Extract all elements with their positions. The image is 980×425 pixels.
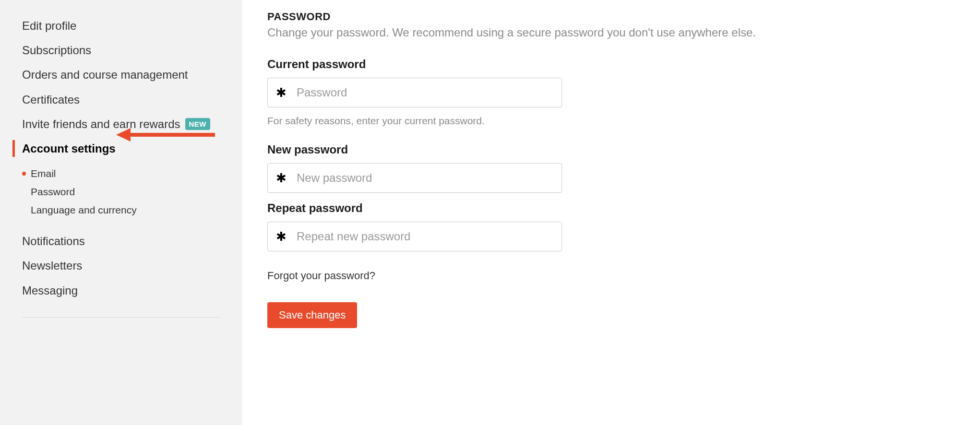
sidebar-item-label: Account settings	[22, 141, 116, 156]
new-password-block: New password ✱	[267, 143, 980, 193]
sidebar-item-subscriptions[interactable]: Subscriptions	[0, 38, 242, 62]
password-section-description: Change your password. We recommend using…	[267, 26, 980, 39]
repeat-password-input[interactable]	[267, 222, 562, 251]
forgot-password-link[interactable]: Forgot your password?	[267, 270, 375, 282]
subitem-label: Email	[31, 168, 56, 179]
repeat-password-block: Repeat password ✱	[267, 201, 980, 251]
new-password-input[interactable]	[267, 163, 562, 193]
sidebar-item-messaging[interactable]: Messaging	[0, 278, 242, 303]
sidebar-subnav: Email Password Language and currency	[0, 161, 242, 229]
sidebar-item-edit-profile[interactable]: Edit profile	[0, 13, 242, 38]
sidebar-item-label: Orders and course management	[22, 67, 188, 82]
subitem-label: Language and currency	[31, 204, 137, 216]
sidebar-item-notifications[interactable]: Notifications	[0, 229, 242, 253]
sidebar-item-label: Certificates	[22, 92, 80, 107]
main-content: PASSWORD Change your password. We recomm…	[242, 0, 980, 425]
sidebar-item-label: Edit profile	[22, 18, 76, 33]
sidebar-item-orders[interactable]: Orders and course management	[0, 62, 242, 87]
new-password-input-wrap: ✱	[267, 163, 562, 193]
save-changes-button[interactable]: Save changes	[267, 302, 357, 328]
sidebar-subitem-email[interactable]: Email	[0, 165, 242, 183]
sidebar-item-label: Invite friends and earn rewards	[22, 117, 180, 131]
current-password-block: Current password ✱ For safety reasons, e…	[267, 58, 980, 127]
new-badge: NEW	[185, 118, 211, 130]
sidebar-item-newsletters[interactable]: Newsletters	[0, 253, 242, 278]
current-password-input-wrap: ✱	[267, 78, 562, 107]
sidebar-subitem-password[interactable]: Password	[0, 183, 242, 201]
sidebar-item-label: Messaging	[22, 283, 78, 298]
sidebar-item-certificates[interactable]: Certificates	[0, 87, 242, 112]
current-password-label: Current password	[267, 58, 980, 71]
repeat-password-input-wrap: ✱	[267, 222, 562, 251]
sidebar-item-account-settings[interactable]: Account settings	[0, 136, 242, 161]
repeat-password-label: Repeat password	[267, 201, 980, 215]
current-password-input[interactable]	[267, 78, 562, 107]
sidebar-item-label: Subscriptions	[22, 43, 91, 58]
current-password-helper: For safety reasons, enter your current p…	[267, 115, 980, 127]
sidebar-item-label: Newsletters	[22, 258, 82, 273]
new-password-label: New password	[267, 143, 980, 156]
sidebar-divider	[22, 317, 220, 318]
sidebar-subitem-language-currency[interactable]: Language and currency	[0, 201, 242, 219]
subitem-label: Password	[31, 186, 75, 198]
password-section-heading: PASSWORD	[267, 11, 980, 23]
sidebar-item-invite-friends[interactable]: Invite friends and earn rewards NEW	[0, 112, 242, 136]
sidebar: Edit profile Subscriptions Orders and co…	[0, 0, 242, 425]
sidebar-item-label: Notifications	[22, 234, 85, 248]
